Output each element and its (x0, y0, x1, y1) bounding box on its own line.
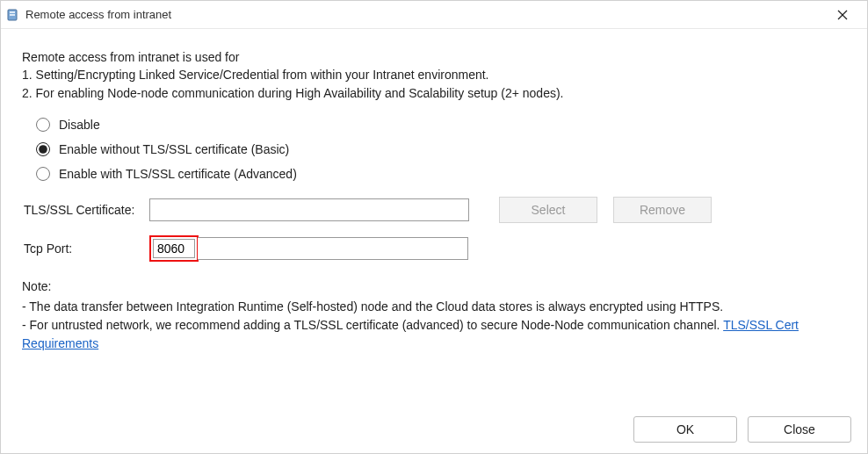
radio-enable-basic-input[interactable] (36, 142, 50, 156)
radio-enable-advanced-input[interactable] (36, 167, 50, 181)
select-cert-button[interactable]: Select (499, 197, 597, 223)
titlebar: Remote access from intranet (1, 1, 867, 29)
close-icon (837, 10, 848, 20)
note-title: Note: (22, 277, 846, 296)
cert-input[interactable] (149, 198, 469, 221)
close-button[interactable] (825, 3, 860, 27)
radio-disable[interactable]: Disable (36, 118, 846, 132)
remove-cert-button[interactable]: Remove (613, 197, 712, 223)
port-label: Tcp Port: (22, 241, 149, 256)
svg-rect-1 (10, 11, 15, 13)
ok-button[interactable]: OK (633, 416, 737, 443)
window-title: Remote access from intranet (25, 8, 825, 21)
port-highlight (149, 235, 199, 262)
note-line1: - The data transfer between Integration … (22, 298, 846, 316)
note-line2: - For untrusted network, we recommend ad… (22, 316, 846, 353)
svg-rect-2 (10, 14, 15, 16)
cert-label: TLS/SSL Certificate: (22, 203, 149, 217)
cert-buttons: Select Remove (499, 197, 712, 223)
radio-enable-basic-label: Enable without TLS/SSL certificate (Basi… (59, 142, 289, 156)
intro-line1: 1. Setting/Encrypting Linked Service/Cre… (22, 66, 846, 83)
radio-enable-advanced-label: Enable with TLS/SSL certificate (Advance… (59, 167, 297, 181)
port-row: Tcp Port: (22, 235, 846, 262)
intro-lead: Remote access from intranet is used for (22, 48, 846, 66)
close-dialog-button[interactable]: Close (748, 416, 851, 443)
radio-enable-basic[interactable]: Enable without TLS/SSL certificate (Basi… (36, 142, 846, 156)
note-line2-text: - For untrusted network, we recommend ad… (22, 318, 723, 332)
radio-group: Disable Enable without TLS/SSL certifica… (22, 118, 846, 181)
dialog-footer: OK Close (633, 416, 851, 443)
app-icon (6, 8, 20, 22)
radio-disable-label: Disable (59, 118, 100, 132)
intro-text: Remote access from intranet is used for … (22, 48, 846, 102)
dialog-content: Remote access from intranet is used for … (1, 29, 867, 362)
radio-enable-advanced[interactable]: Enable with TLS/SSL certificate (Advance… (36, 167, 846, 181)
port-extra-field (198, 237, 468, 260)
tcp-port-input[interactable] (153, 239, 195, 258)
note-block: Note: - The data transfer between Integr… (22, 277, 846, 353)
radio-disable-input[interactable] (36, 118, 50, 132)
intro-line2: 2. For enabling Node-node communication … (22, 84, 846, 102)
cert-row: TLS/SSL Certificate: Select Remove (22, 197, 846, 223)
